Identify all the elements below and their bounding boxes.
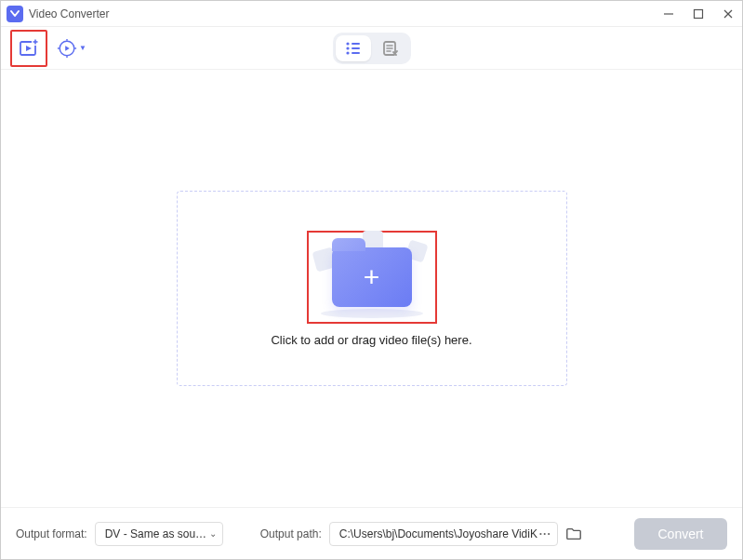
annotation-highlight	[10, 30, 47, 67]
svg-point-17	[346, 51, 349, 54]
toolbar: ▼	[1, 27, 742, 70]
toolbar-left: ▼	[10, 30, 86, 67]
chevron-down-icon: ⌄	[209, 528, 217, 539]
svg-rect-16	[352, 47, 360, 49]
app-logo-icon	[7, 6, 23, 22]
output-format-group: Output format: DV - Same as sou… ⌄	[16, 522, 223, 546]
minimize-button[interactable]	[662, 7, 675, 20]
titlebar: Video Converter	[1, 1, 742, 27]
output-path-group: Output path: C:\Users\bj\Documents\Joyos…	[260, 522, 582, 546]
merge-view-tab[interactable]	[373, 35, 408, 61]
convert-button[interactable]: Convert	[634, 518, 727, 550]
drop-hint-text: Click to add or drag video file(s) here.	[271, 333, 471, 347]
add-file-button[interactable]	[16, 35, 42, 61]
browse-folder-button[interactable]	[565, 526, 582, 542]
plus-icon: +	[364, 263, 380, 291]
window-controls	[662, 7, 735, 20]
output-path-value: C:\Users\bj\Documents\Joyoshare VidiK	[339, 527, 537, 540]
output-format-value: DV - Same as sou…	[105, 527, 206, 540]
output-path-field[interactable]: C:\Users\bj\Documents\Joyoshare VidiK ··…	[329, 522, 558, 546]
svg-rect-1	[695, 9, 703, 18]
add-folder-icon: +	[332, 247, 412, 307]
bottom-bar: Output format: DV - Same as sou… ⌄ Outpu…	[1, 507, 742, 559]
window-title: Video Converter	[29, 7, 662, 20]
svg-rect-14	[352, 43, 360, 45]
output-format-label: Output format:	[16, 527, 87, 540]
output-format-select[interactable]: DV - Same as sou… ⌄	[95, 522, 223, 546]
output-path-label: Output path:	[260, 527, 322, 540]
svg-point-15	[346, 47, 349, 49]
caret-down-icon: ▼	[79, 44, 86, 52]
more-options-icon[interactable]: ···	[539, 527, 551, 540]
view-mode-toggle	[333, 33, 411, 64]
app-window: Video Converter	[0, 0, 743, 560]
list-view-tab[interactable]	[336, 35, 371, 61]
settings-dropdown-button[interactable]: ▼	[57, 38, 86, 59]
svg-rect-18	[352, 52, 360, 54]
drop-zone[interactable]: + Click to add or drag video file(s) her…	[177, 191, 567, 386]
main-area: + Click to add or drag video file(s) her…	[1, 70, 742, 507]
svg-point-13	[346, 42, 349, 45]
close-button[interactable]	[722, 7, 735, 20]
annotation-highlight-dropicon: +	[307, 231, 437, 324]
maximize-button[interactable]	[692, 7, 705, 20]
decorative-shadow	[321, 309, 423, 318]
